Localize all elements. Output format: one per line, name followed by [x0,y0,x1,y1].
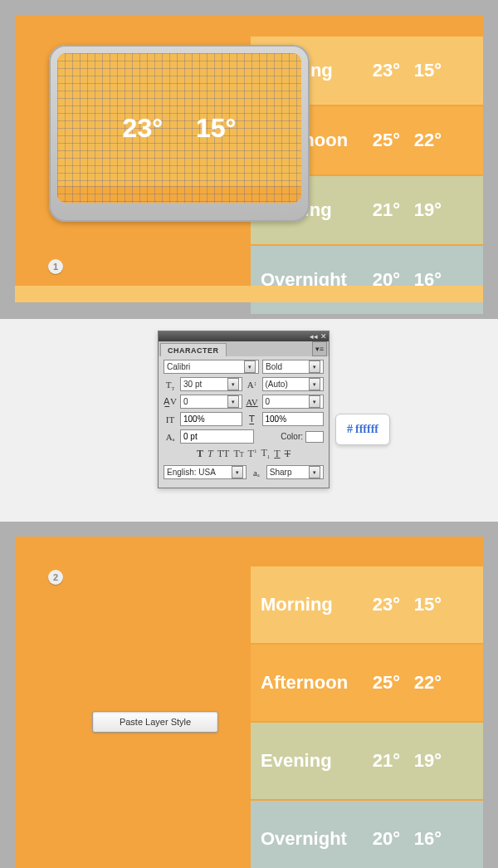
strikethrough-icon[interactable]: T [285,448,290,460]
faux-bold-icon[interactable]: T [197,448,203,460]
step2-artboard: Morning 23° 15° Afternoon 25° 22° Evenin… [15,537,483,868]
hscale-icon: T̲ [246,412,259,426]
collapse-icon[interactable]: ◂◂ [310,333,318,341]
row-high: 23° [359,594,400,615]
row-high: 23° [359,60,400,81]
row-label: Afternoon [261,672,359,694]
weather-row-afternoon: Afternoon 25° 22° [251,645,483,721]
baseline-field[interactable] [180,429,254,444]
tracking-field[interactable]: 0 ▾ [262,395,325,409]
row-high: 25° [359,672,400,694]
subscript-icon[interactable]: T1 [261,447,270,460]
row-high: 21° [359,199,400,221]
device-high-temp: 23° [123,113,163,144]
small-caps-icon[interactable]: TT [233,448,243,460]
row-high: 20° [359,828,400,850]
row-low: 19° [400,750,442,772]
row-high: 21° [359,750,400,772]
color-label: Color: [281,432,303,441]
row-low: 22° [400,672,442,694]
panel-titlebar[interactable]: ◂◂ ✕ [159,331,329,341]
paste-layer-style-menuitem[interactable]: Paste Layer Style [92,711,218,733]
color-swatch[interactable] [305,431,324,443]
font-size-icon: TT [164,377,177,391]
font-size-field[interactable]: 30 pt ▾ [180,377,242,391]
kerning-field[interactable]: 0 ▾ [180,395,242,409]
weather-row-overnight: Overnight 20° 16° [251,246,483,314]
row-low: 15° [400,60,442,81]
faux-italic-icon[interactable]: T [208,448,213,460]
leading-icon: A↕ [246,377,259,391]
vscale-icon: IT [164,412,177,426]
step1-artboard: Morning 23° 15° Afternoon 25° 22° Evenin… [15,15,483,302]
row-low: 19° [400,199,442,221]
dropdown-icon[interactable]: ▾ [227,395,239,408]
hash-icon: # [347,423,353,436]
row-high: 25° [359,130,400,151]
font-style-select[interactable]: Bold ▾ [262,360,324,374]
baseline-icon: Aa [164,429,177,444]
vscale-field[interactable] [180,412,242,426]
step1-number: 1 [53,262,58,272]
row-label: Overnight [261,828,359,850]
tracking-icon: AV [246,395,259,409]
panel-menu-icon[interactable]: ▾≡ [312,341,327,356]
antialias-select[interactable]: Sharp ▾ [266,465,324,479]
character-tab[interactable]: CHARACTER [160,343,227,356]
weather-row-morning: Morning 23° 15° [251,566,483,643]
device-preview: 23° 15° [49,45,310,222]
device-screen: 23° 15° [57,53,301,203]
weather-row-overnight: Overnight 20° 16° [251,801,483,868]
dropdown-icon[interactable]: ▾ [232,466,243,478]
row-low: 22° [400,130,442,151]
all-caps-icon[interactable]: TT [217,448,230,460]
row-low: 16° [400,828,442,850]
dropdown-icon[interactable]: ▾ [244,360,256,373]
dropdown-icon[interactable]: ▾ [309,360,320,373]
step2-canvas: Morning 23° 15° Afternoon 25° 22° Evenin… [0,522,498,868]
dropdown-icon[interactable]: ▾ [309,395,320,408]
dropdown-icon[interactable]: ▾ [309,466,320,478]
underline-icon[interactable]: T [274,448,280,460]
panel-tabrow: CHARACTER ▾≡ [159,341,329,356]
character-panel[interactable]: ◂◂ ✕ CHARACTER ▾≡ Calibri ▾ Bold ▾ TT 3 [158,331,330,488]
step2-badge: 2 [48,570,63,585]
artboard-bottom-strip [15,286,483,302]
row-low: 15° [400,594,442,615]
hex-callout: # ffffff [335,414,390,445]
device-low-temp: 15° [196,113,236,144]
dropdown-icon[interactable]: ▾ [309,378,320,390]
type-style-toolbar: T T TT TT T1 T1 T T [164,447,324,460]
superscript-icon[interactable]: T1 [248,448,257,460]
row-label: Evening [261,750,359,772]
leading-field[interactable]: (Auto) ▾ [262,377,325,391]
hscale-field[interactable] [262,412,325,426]
step1-canvas: Morning 23° 15° Afternoon 25° 22° Evenin… [0,0,498,319]
dropdown-icon[interactable]: ▾ [227,378,239,390]
language-select[interactable]: English: USA ▾ [164,465,247,479]
close-icon[interactable]: ✕ [320,333,327,341]
step1-badge: 1 [48,259,63,274]
kerning-icon: A̲V [164,395,177,409]
font-family-select[interactable]: Calibri ▾ [164,360,259,374]
row-label: Morning [261,594,359,615]
antialias-icon: aa [250,465,263,479]
step2-number: 2 [53,572,58,582]
weather-row-evening: Evening 21° 19° [251,723,483,799]
hex-value: ffffff [355,423,378,436]
